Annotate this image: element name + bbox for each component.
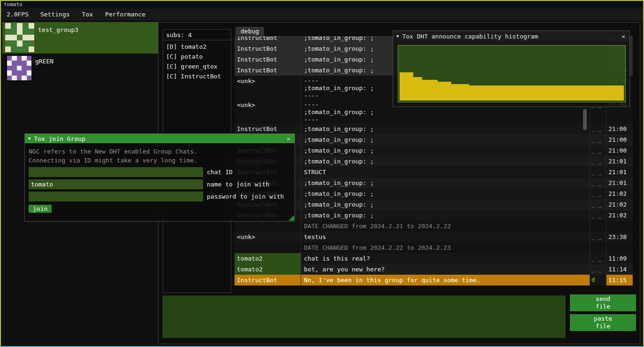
join-name-input[interactable]: tomato (29, 179, 203, 189)
collapse-arrow-icon[interactable]: ▼ (28, 136, 30, 141)
join-group-window: ▼ Tox join Group × NGC refers to the New… (24, 133, 295, 222)
histogram-step (438, 82, 451, 100)
message-time: 21:02 (606, 199, 633, 210)
histogram-step (422, 80, 438, 100)
sender-name: InstructBot (235, 37, 301, 43)
subs-member[interactable]: [D] tomato2 (163, 42, 231, 52)
join-field-row: chat ID (29, 167, 291, 177)
subs-member[interactable]: [C] green_qtox (163, 62, 231, 71)
chat-scrollbar[interactable] (583, 109, 587, 130)
histogram-step (451, 84, 469, 100)
date-changed-text: DATE CHANGED from 2024.2.22 to 2024.2.23 (301, 242, 590, 253)
histogram-window-title: Tox DHT announce capability histogram (402, 33, 538, 40)
sender-name: <unk> (235, 100, 301, 123)
message-time: 21:01 (606, 156, 633, 167)
join-window-body: NGC refers to the New DHT enabled Group … (25, 143, 295, 213)
histogram-window: ▼ Tox DHT announce capability histogram … (393, 31, 630, 107)
message-time: 23:38 (606, 231, 633, 242)
app-titlebar: tomato (1, 1, 643, 8)
join-field-row: password to join with (29, 192, 291, 201)
join-password-input[interactable] (29, 192, 203, 201)
message-text: ;tomato_in_group: ; (301, 145, 590, 156)
message-text: chat is this real? (301, 253, 590, 264)
message-flags: _ _ (590, 199, 606, 210)
message-row[interactable]: tomato2bot, are you new here?_ _11:14 (235, 264, 633, 275)
close-icon[interactable]: × (286, 135, 291, 142)
join-name-input-label: name to join with (207, 181, 269, 188)
message-input[interactable] (162, 295, 566, 338)
subs-list: [D] tomato2[C] potato[C] green_qtox[C] I… (163, 42, 231, 81)
message-flags: _ _ (590, 123, 606, 134)
message-text: bot, are you new here? (301, 264, 590, 275)
message-text: ;tomato_in_group: ; (301, 177, 590, 188)
join-info-line-1: NGC refers to the New DHT enabled Group … (29, 147, 291, 156)
message-text: ;tomato_in_group: ; (301, 123, 590, 134)
message-flags: _ _ (590, 156, 606, 167)
message-time: 21:02 (606, 188, 633, 199)
message-text: ;tomato_in_group: ; (301, 188, 590, 199)
menu-item-settings[interactable]: Settings (34, 8, 76, 20)
close-icon[interactable]: × (621, 33, 626, 40)
message-time: 21:01 (606, 167, 633, 177)
group-item-gREEN[interactable]: gREEN (2, 54, 158, 83)
date-separator-row: DATE CHANGED from 2024.2.22 to 2024.2.23 (235, 242, 633, 253)
message-row[interactable]: tomato2chat is this real?_ _11:09 (235, 253, 633, 264)
join-password-input-label: password to join with (207, 193, 284, 200)
paste-file-button[interactable]: paste file (570, 314, 636, 331)
sender-name: InstructBot (235, 65, 301, 76)
message-flags: _ _ (590, 253, 606, 264)
join-window-titlebar[interactable]: ▼ Tox join Group × (25, 134, 295, 143)
message-time: 21:00 (606, 123, 633, 134)
subs-separator (163, 40, 231, 40)
message-flags: _ _ (590, 264, 606, 275)
histogram-step (469, 85, 624, 100)
send-file-button[interactable]: send file (570, 294, 636, 311)
app-title: tomato (4, 1, 23, 8)
message-time: 11:09 (606, 253, 633, 264)
menu-item-tox[interactable]: Tox (76, 8, 99, 20)
sender-name: InstructBot (235, 123, 301, 134)
histogram-plot-bars (400, 47, 624, 100)
collapse-arrow-icon[interactable]: ▼ (396, 34, 399, 39)
histogram-window-titlebar[interactable]: ▼ Tox DHT announce capability histogram … (393, 31, 629, 41)
message-flags: _ _ (590, 177, 606, 188)
histogram-plot[interactable] (398, 45, 626, 102)
menu-item-performance[interactable]: Performance (99, 8, 152, 20)
message-time: 11:14 (606, 264, 633, 275)
message-time: 21:00 (606, 145, 633, 156)
join-fields: chat IDtomatoname to join withpassword t… (29, 167, 291, 201)
message-time: 21:01 (606, 177, 633, 188)
sender-name: InstructBot (235, 275, 301, 285)
app-window: tomato 2.0FPS SettingsToxPerformance tes… (0, 0, 644, 347)
tab-debug[interactable]: debug (235, 27, 264, 36)
message-row[interactable]: InstructBot;tomato_in_group: ;_ _21:00 (235, 123, 633, 134)
join-button[interactable]: join (29, 205, 52, 213)
subs-member[interactable]: [C] potato (163, 52, 231, 62)
sender-name: InstructBot (235, 43, 301, 54)
message-flags: _ _ (590, 188, 606, 199)
message-row[interactable]: InstructBotNo, I've been in this group f… (235, 275, 633, 285)
message-text: No, I've been in this group for quite so… (301, 275, 590, 285)
message-time: 21:02 (606, 210, 633, 221)
date-changed-text: DATE CHANGED from 2024.2.21 to 2024.2.22 (301, 221, 590, 231)
sender-name: <unk> (235, 231, 301, 242)
group-name: gREEN (35, 58, 53, 82)
group-avatar-icon (5, 23, 34, 52)
group-item-test_group3[interactable]: test_group3 (2, 22, 158, 54)
histogram-step (400, 72, 413, 100)
message-row[interactable]: <unk>testus_ _23:38 (235, 231, 633, 242)
message-text: ;tomato_in_group: ; (301, 156, 590, 167)
message-time: 11:15 (606, 275, 633, 285)
histogram-step (413, 77, 422, 100)
sender-name: InstructBot (235, 54, 301, 65)
message-text: testus (301, 231, 590, 242)
subs-header: subs: 4 (163, 30, 231, 40)
message-text: ;tomato_in_group: ; (301, 134, 590, 145)
resize-grip[interactable] (288, 215, 294, 221)
message-flags: _ _ (590, 134, 606, 145)
chat-id-input[interactable] (29, 167, 203, 177)
subs-member[interactable]: [C] InstructBot (163, 71, 231, 81)
message-text: STRUCT (301, 167, 590, 177)
message-time: 21:00 (606, 134, 633, 145)
message-flags: _ _ (590, 145, 606, 156)
